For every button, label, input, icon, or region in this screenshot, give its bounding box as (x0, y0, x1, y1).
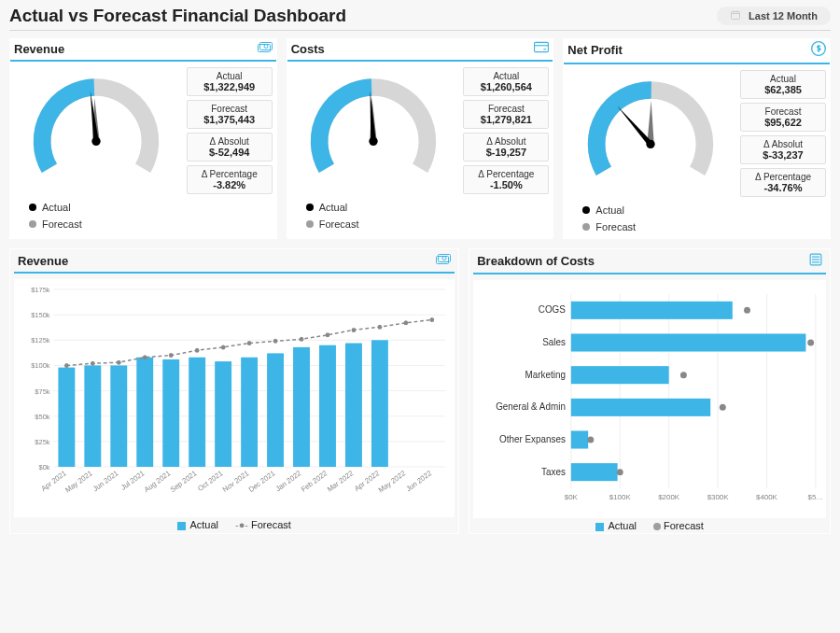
stat-pct: Δ Percentage-1.50% (463, 165, 549, 194)
svg-rect-41 (189, 358, 205, 467)
legend-actual: Actual (29, 202, 82, 213)
svg-point-99 (807, 340, 814, 346)
stat-pct: Δ Percentage-34.76% (740, 168, 826, 197)
svg-point-19 (442, 257, 446, 260)
svg-text:$200K: $200K (658, 493, 680, 501)
legend-forecast: Forecast (29, 218, 82, 230)
legend-actual: Actual (306, 202, 359, 213)
legend-actual: Actual (595, 520, 637, 531)
gauge-title-costs: Costs (291, 42, 325, 56)
stat-actual: Actual$62,385 (740, 70, 826, 99)
svg-rect-45 (293, 347, 310, 467)
svg-text:COGS: COGS (539, 304, 566, 315)
svg-text:May 2021: May 2021 (63, 469, 93, 495)
svg-point-52 (143, 355, 147, 359)
period-selector[interactable]: Last 12 Month (717, 7, 831, 25)
svg-rect-101 (571, 366, 669, 384)
svg-point-108 (588, 437, 595, 443)
money-icon (258, 41, 273, 56)
card-icon (534, 41, 549, 56)
stat-forecast: Forecast$1,279,821 (463, 100, 549, 129)
svg-point-54 (195, 348, 200, 353)
svg-text:Nov 2021: Nov 2021 (221, 469, 250, 494)
svg-text:$50k: $50k (35, 413, 49, 421)
svg-point-59 (326, 332, 330, 337)
svg-point-3 (264, 45, 268, 49)
svg-rect-44 (267, 353, 284, 467)
svg-text:Jun 2021: Jun 2021 (91, 469, 119, 493)
legend-actual: Actual (177, 519, 218, 530)
svg-text:Jan 2022: Jan 2022 (274, 469, 302, 493)
legend-forecast: Forecast (306, 218, 359, 230)
costs-chart-title: Breakdown of Costs (477, 254, 595, 268)
svg-point-61 (378, 325, 383, 330)
svg-marker-14 (647, 101, 653, 145)
page-title: Actual vs Forecast Financial Dashboard (9, 6, 346, 26)
svg-text:May 2022: May 2022 (377, 469, 407, 495)
svg-text:$25k: $25k (35, 438, 49, 446)
svg-text:General & Admin: General & Admin (496, 401, 566, 412)
svg-text:Taxes: Taxes (541, 467, 566, 477)
header-divider (9, 30, 831, 31)
gauge-panel-costs: Costs Actual Forecast Actual$1,260,564 F… (287, 38, 554, 239)
svg-point-12 (369, 137, 377, 146)
svg-text:$150k: $150k (31, 311, 50, 319)
svg-point-102 (680, 372, 687, 378)
svg-marker-15 (617, 106, 652, 147)
svg-text:Mar 2022: Mar 2022 (326, 469, 355, 494)
svg-rect-39 (136, 358, 153, 467)
svg-text:Apr 2021: Apr 2021 (39, 469, 67, 493)
svg-text:$75k: $75k (35, 387, 49, 395)
legend-forecast: Forecast (582, 221, 636, 232)
svg-point-51 (117, 360, 121, 365)
svg-text:$400K: $400K (756, 493, 778, 501)
stat-forecast: Forecast$95,622 (740, 103, 826, 132)
svg-rect-47 (345, 344, 362, 467)
revenue-bar-chart: $0k$25k$50k$75k$100k$125k$150k$175kApr 2… (15, 280, 454, 513)
svg-rect-40 (162, 359, 179, 467)
svg-rect-7 (535, 42, 549, 51)
svg-rect-43 (241, 358, 258, 467)
svg-rect-46 (319, 345, 336, 467)
svg-rect-82 (812, 261, 819, 262)
svg-rect-42 (215, 361, 231, 467)
calendar-icon (730, 9, 741, 22)
svg-rect-107 (571, 430, 588, 448)
svg-rect-81 (812, 259, 819, 260)
svg-text:Sales: Sales (542, 337, 566, 347)
svg-point-53 (169, 353, 174, 358)
svg-point-49 (64, 363, 69, 368)
svg-point-62 (404, 320, 409, 325)
svg-rect-98 (571, 333, 806, 351)
svg-text:Aug 2021: Aug 2021 (143, 469, 172, 494)
svg-marker-11 (371, 91, 376, 141)
svg-text:Jun 2022: Jun 2022 (405, 469, 433, 493)
svg-point-55 (221, 345, 226, 349)
svg-text:$300K: $300K (707, 493, 730, 501)
svg-point-56 (247, 341, 252, 345)
gauge-panel-netprofit: Net Profit Actual Forecast Actual$62,385… (563, 38, 831, 239)
svg-rect-80 (812, 257, 819, 258)
svg-point-96 (744, 307, 750, 314)
svg-rect-37 (84, 365, 101, 467)
svg-rect-104 (571, 399, 710, 416)
svg-rect-110 (571, 463, 618, 481)
svg-text:$100k: $100k (31, 361, 50, 370)
stat-actual: Actual$1,260,564 (463, 67, 549, 96)
gauge-title-netprofit: Net Profit (567, 43, 623, 57)
svg-text:Feb 2022: Feb 2022 (300, 469, 329, 494)
stat-pct: Δ Percentage-3.82% (187, 165, 273, 194)
svg-text:$0K: $0K (565, 493, 579, 501)
gauge-title-revenue: Revenue (14, 42, 64, 56)
svg-text:$100K: $100K (609, 493, 632, 501)
svg-point-111 (617, 469, 623, 475)
stat-abs: Δ Absolut$-33,237 (740, 135, 826, 164)
legend-forecast: Forecast (653, 520, 704, 531)
svg-text:Other Expanses: Other Expanses (499, 434, 566, 444)
svg-text:$0k: $0k (39, 463, 50, 471)
svg-text:Jul 2021: Jul 2021 (119, 469, 146, 492)
money-icon (436, 253, 451, 268)
svg-point-16 (646, 140, 654, 148)
svg-point-60 (352, 328, 357, 332)
dollar-circle-icon (811, 41, 826, 59)
